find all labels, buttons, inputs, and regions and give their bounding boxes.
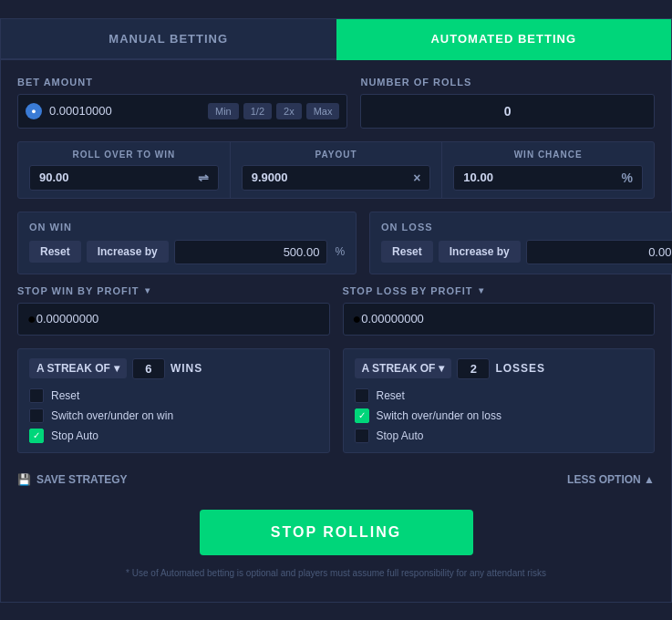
tab-manual[interactable]: MANUAL BETTING (1, 19, 336, 60)
streak-loss-check1-label: Reset (377, 389, 405, 402)
win-chance-pct-icon: % (622, 170, 633, 185)
streak-win-check3-checkbox[interactable] (29, 429, 44, 443)
on-win-label: ON WIN (29, 222, 345, 232)
save-icon: 💾 (17, 473, 31, 486)
payout-value-group: 9.9000 × (242, 165, 431, 191)
on-win-reset-button[interactable]: Reset (29, 241, 81, 263)
streak-loss-check2-label: Switch over/under on loss (377, 409, 501, 422)
stop-win-input-group: ● (17, 303, 330, 336)
streak-loss-dropdown-label: A STREAK OF (362, 362, 436, 375)
save-strategy-button[interactable]: 💾 SAVE STRATEGY (17, 473, 128, 486)
stop-win-coin-icon: ● (27, 311, 36, 327)
streak-loss-type: LOSSES (495, 362, 545, 375)
streak-win-dropdown-label: A STREAK OF (36, 362, 110, 375)
win-loss-row: ON WIN Reset Increase by % ON LOSS Reset… (17, 212, 655, 274)
streak-win-check2-checkbox[interactable] (29, 408, 44, 423)
number-of-rolls-section: NUMBER OF ROLLS (360, 77, 655, 129)
stop-loss-section: STOP LOSS BY PROFIT ▾ ● (343, 285, 656, 336)
stats-row: ROLL OVER TO WIN 90.00 ⇌ PAYOUT 9.9000 ×… (17, 141, 655, 199)
disclaimer: * Use of Automated betting is optional a… (17, 568, 655, 591)
payout-x-icon[interactable]: × (413, 170, 420, 185)
2x-button[interactable]: 2x (276, 103, 302, 119)
coin-icon: ● (26, 103, 42, 119)
tab-auto[interactable]: AUTOMATED BETTING (336, 19, 672, 60)
streak-loss-check3-checkbox[interactable] (355, 429, 369, 443)
bet-amount-buttons: Min 1/2 2x Max (208, 103, 339, 119)
streak-win-dropdown[interactable]: A STREAK OF ▾ (29, 358, 127, 378)
win-chance-value-group: 10.00 % (453, 165, 643, 191)
streak-loss-check2-row: Switch over/under on loss (355, 408, 644, 423)
half-button[interactable]: 1/2 (243, 103, 272, 119)
streak-loss-header: A STREAK OF ▾ LOSSES (355, 358, 644, 379)
stop-rolling-button[interactable]: STOP ROLLING (200, 510, 473, 555)
bottom-bar: 💾 SAVE STRATEGY LESS OPTION ▲ (17, 466, 655, 497)
on-loss-controls: Reset Increase by % (381, 240, 672, 264)
streak-win-check1-checkbox[interactable] (29, 388, 44, 403)
stop-win-label[interactable]: STOP WIN BY PROFIT ▾ (17, 285, 330, 296)
streak-row: A STREAK OF ▾ WINS Reset Switch over/und… (17, 348, 655, 453)
payout-section: PAYOUT 9.9000 × (231, 142, 443, 198)
streak-win-check3-label: Stop Auto (51, 429, 98, 442)
payout-value: 9.9000 (252, 170, 288, 184)
max-button[interactable]: Max (306, 103, 340, 119)
streak-loss-check3-label: Stop Auto (377, 429, 424, 442)
less-option-button[interactable]: LESS OPTION ▲ (567, 473, 655, 486)
bet-amount-input[interactable] (49, 104, 202, 118)
streak-win-number-input[interactable] (132, 358, 165, 379)
on-win-section: ON WIN Reset Increase by % (17, 212, 357, 274)
on-win-increase-button[interactable]: Increase by (87, 241, 169, 263)
streak-win-section: A STREAK OF ▾ WINS Reset Switch over/und… (17, 348, 330, 453)
bet-amount-label: BET AMOUNT (17, 77, 347, 88)
top-row: BET AMOUNT ● Min 1/2 2x Max NUMBER OF RO… (17, 77, 655, 129)
streak-loss-dropdown[interactable]: A STREAK OF ▾ (355, 358, 452, 378)
roll-over-swap-icon[interactable]: ⇌ (198, 170, 209, 185)
streak-loss-chevron-icon: ▾ (439, 362, 444, 375)
roll-over-section: ROLL OVER TO WIN 90.00 ⇌ (18, 142, 231, 198)
streak-win-check2-row: Switch over/under on win (29, 408, 318, 423)
streak-win-check2-label: Switch over/under on win (51, 409, 173, 422)
stop-loss-input-group: ● (343, 303, 656, 336)
betting-container: MANUAL BETTING AUTOMATED BETTING BET AMO… (0, 18, 672, 603)
on-loss-increase-button[interactable]: Increase by (439, 241, 521, 263)
streak-win-header: A STREAK OF ▾ WINS (29, 358, 318, 379)
tab-manual-label: MANUAL BETTING (109, 32, 228, 46)
streak-win-check3-row: Stop Auto (29, 429, 318, 443)
stop-win-label-text: STOP WIN BY PROFIT (17, 285, 140, 296)
stop-loss-label[interactable]: STOP LOSS BY PROFIT ▾ (343, 285, 656, 296)
win-chance-section: WIN CHANCE 10.00 % (442, 142, 654, 198)
stop-loss-input[interactable] (361, 312, 645, 326)
stop-loss-chevron-icon: ▾ (479, 285, 484, 295)
streak-loss-number-input[interactable] (457, 358, 490, 379)
streak-loss-check1-row: Reset (355, 388, 644, 403)
streak-win-type: WINS (171, 362, 202, 375)
disclaimer-text: * Use of Automated betting is optional a… (126, 568, 546, 578)
stop-win-input[interactable] (36, 312, 320, 326)
on-win-input[interactable] (174, 240, 328, 264)
on-loss-input[interactable] (526, 240, 672, 264)
tab-auto-label: AUTOMATED BETTING (430, 32, 576, 46)
on-loss-reset-button[interactable]: Reset (381, 241, 433, 263)
streak-loss-check1-checkbox[interactable] (355, 388, 369, 403)
win-chance-value: 10.00 (463, 170, 493, 184)
content-area: BET AMOUNT ● Min 1/2 2x Max NUMBER OF RO… (1, 60, 671, 602)
bet-amount-input-group: ● Min 1/2 2x Max (17, 94, 347, 129)
stop-win-chevron-icon: ▾ (145, 285, 150, 295)
tabs: MANUAL BETTING AUTOMATED BETTING (1, 19, 671, 60)
stop-loss-coin-icon: ● (353, 311, 362, 327)
on-win-pct: % (335, 245, 345, 258)
stop-profit-row: STOP WIN BY PROFIT ▾ ● STOP LOSS BY PROF… (17, 285, 655, 336)
payout-label: PAYOUT (242, 150, 431, 160)
on-win-controls: Reset Increase by % (29, 240, 345, 264)
roll-over-value: 90.00 (39, 170, 69, 184)
streak-win-chevron-icon: ▾ (114, 362, 119, 375)
on-loss-label: ON LOSS (381, 222, 672, 232)
streak-win-check1-label: Reset (51, 389, 79, 402)
less-option-label: LESS OPTION ▲ (567, 473, 655, 486)
streak-loss-check2-checkbox[interactable] (355, 408, 369, 423)
stop-win-section: STOP WIN BY PROFIT ▾ ● (17, 285, 330, 336)
stop-loss-label-text: STOP LOSS BY PROFIT (343, 285, 473, 296)
number-of-rolls-input[interactable] (360, 94, 655, 129)
number-of-rolls-label: NUMBER OF ROLLS (360, 77, 655, 88)
win-chance-label: WIN CHANCE (453, 150, 643, 160)
min-button[interactable]: Min (208, 103, 239, 119)
